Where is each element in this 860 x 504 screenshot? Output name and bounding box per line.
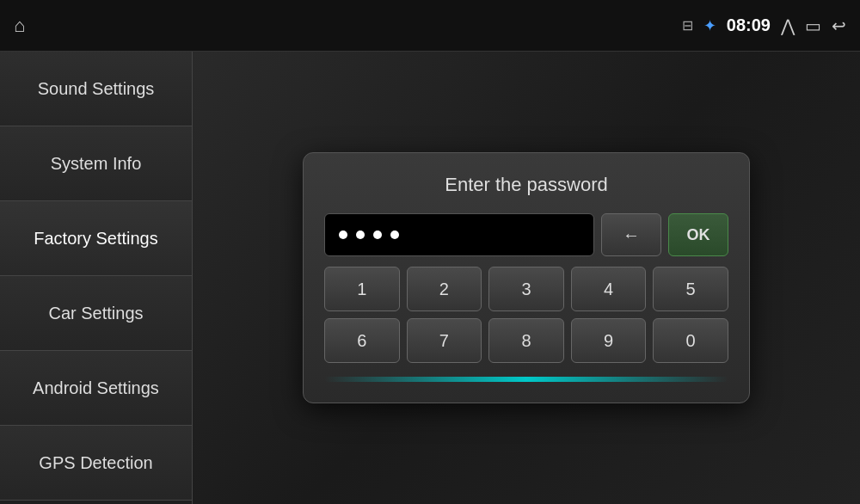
numpad-row-1: 1 2 3 4 5: [324, 267, 728, 311]
sidebar-label-android-settings: Android Settings: [33, 378, 159, 398]
password-display: [324, 213, 594, 256]
time-display: 08:09: [727, 15, 771, 35]
numpad-row-2: 6 7 8 9 0: [324, 318, 728, 363]
sidebar-item-system-info[interactable]: System Info: [0, 126, 192, 201]
password-dot-3: [373, 230, 382, 239]
numpad-button-5[interactable]: 5: [653, 267, 728, 311]
sidebar-item-gps-detection[interactable]: GPS Detection: [0, 426, 192, 501]
numpad-button-0[interactable]: 0: [653, 318, 728, 363]
numpad-button-9[interactable]: 9: [571, 318, 647, 363]
sidebar-label-car-settings: Car Settings: [48, 304, 143, 323]
back-icon[interactable]: ↩: [832, 15, 846, 36]
numpad-button-7[interactable]: 7: [407, 318, 482, 363]
ok-button[interactable]: OK: [668, 213, 728, 256]
dialog-title: Enter the password: [324, 174, 728, 196]
sidebar-item-sound-settings[interactable]: Sound Settings: [0, 52, 192, 126]
password-dot-1: [339, 230, 347, 239]
backspace-button[interactable]: ←: [601, 213, 661, 256]
sidebar-label-sound-settings: Sound Settings: [38, 79, 155, 99]
window-icon[interactable]: ▭: [805, 15, 821, 36]
bluetooth-icon: ✦: [703, 16, 716, 35]
password-input-row: ← OK: [324, 213, 728, 256]
sidebar-item-android-settings[interactable]: Android Settings: [0, 351, 192, 426]
numpad-button-4[interactable]: 4: [571, 267, 647, 311]
numpad-button-3[interactable]: 3: [488, 267, 564, 311]
sidebar-label-system-info: System Info: [51, 154, 142, 174]
sidebar-label-factory-settings: Factory Settings: [34, 229, 158, 249]
sidebar-item-factory-settings[interactable]: Factory Settings: [0, 201, 192, 276]
password-dot-2: [356, 230, 365, 239]
numpad-button-6[interactable]: 6: [324, 318, 400, 363]
status-bar: ⌂ ⊟ ✦ 08:09 ⋀ ▭ ↩: [0, 0, 860, 52]
up-arrow-icon[interactable]: ⋀: [781, 15, 795, 36]
numpad-button-2[interactable]: 2: [407, 267, 482, 311]
home-icon[interactable]: ⌂: [14, 15, 25, 37]
main-content: Sound Settings System Info Factory Setti…: [0, 52, 860, 504]
sidebar-item-car-settings[interactable]: Car Settings: [0, 276, 192, 351]
numpad-button-1[interactable]: 1: [324, 267, 400, 311]
numpad-button-8[interactable]: 8: [488, 318, 564, 363]
cast-icon: ⊟: [682, 17, 693, 34]
content-area: Enter the password ← OK 1 2 3 4 5: [193, 52, 860, 504]
password-dot-4: [390, 230, 399, 239]
password-dialog: Enter the password ← OK 1 2 3 4 5: [303, 152, 750, 403]
sidebar-label-gps-detection: GPS Detection: [39, 453, 152, 473]
sidebar: Sound Settings System Info Factory Setti…: [0, 52, 193, 504]
dialog-bottom-glow: [324, 377, 728, 382]
